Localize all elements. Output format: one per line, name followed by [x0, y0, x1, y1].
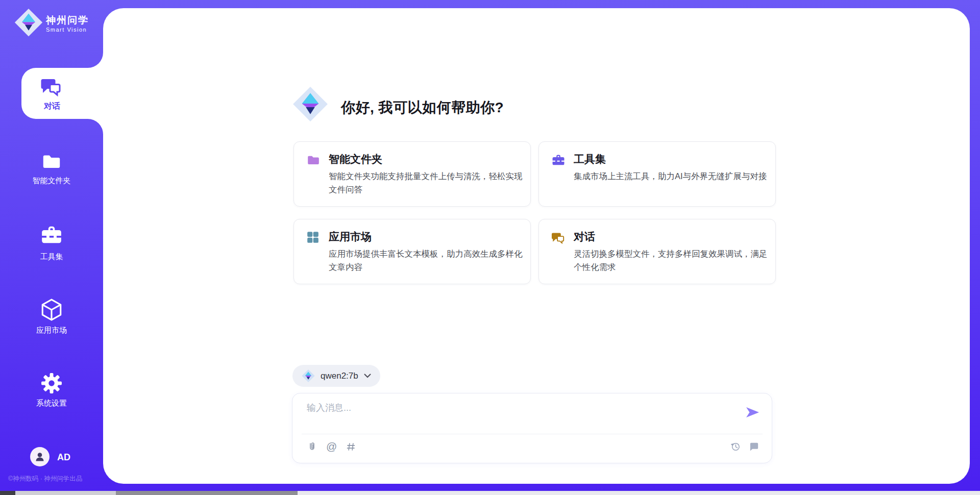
- sidebar-item-market[interactable]: 应用市场: [0, 326, 103, 335]
- send-icon[interactable]: [745, 406, 761, 419]
- message-composer: @: [292, 393, 772, 463]
- folder-icon[interactable]: [0, 151, 103, 172]
- card-description: 灵活切换多模型文件，支持多样回复效果调试，满足个性化需求: [574, 247, 768, 274]
- card-chat[interactable]: 对话 灵活切换多模型文件，支持多样回复效果调试，满足个性化需求: [538, 219, 776, 284]
- tab-scoop-bottom: [88, 119, 103, 134]
- card-title: 工具集: [574, 152, 606, 166]
- model-selector[interactable]: qwen2:7b: [292, 365, 380, 387]
- sidebar-item-settings[interactable]: 系统设置: [0, 399, 103, 408]
- tab-scoop-top: [88, 53, 103, 68]
- cube-icon[interactable]: [0, 298, 103, 322]
- grid-icon: [306, 231, 321, 245]
- card-title: 智能文件夹: [329, 152, 382, 166]
- history-icon[interactable]: [730, 441, 741, 452]
- chat-bubbles-icon: [40, 76, 63, 98]
- greeting-title: 你好, 我可以如何帮助你?: [341, 98, 504, 117]
- card-description: 应用市场提供丰富长文本模板，助力高效生成多样化文章内容: [329, 247, 523, 274]
- taskbar-edge: [0, 491, 980, 495]
- chat-bubble-icon[interactable]: [749, 441, 760, 452]
- card-title: 对话: [574, 230, 595, 244]
- mention-icon[interactable]: @: [326, 440, 337, 453]
- hash-icon[interactable]: [346, 441, 356, 452]
- sidebar-item-chat-label: 对话: [21, 101, 83, 112]
- card-description: 智能文件夹功能支持批量文件上传与清洗，轻松实现文件问答: [329, 170, 523, 196]
- attachment-icon[interactable]: [307, 441, 317, 453]
- composer-divider: [302, 434, 763, 434]
- card-title: 应用市场: [329, 230, 372, 244]
- brand-logo-gem-icon: [14, 8, 43, 37]
- briefcase-icon: [551, 153, 566, 167]
- brand-name: 神州问学: [46, 14, 89, 27]
- copyright-text: ©神州数码 · 神州问学出品: [8, 475, 82, 483]
- brand-subtitle: Smart Vision: [46, 27, 87, 33]
- chevron-down-icon: [364, 374, 371, 378]
- model-name: qwen2:7b: [321, 371, 358, 381]
- message-input[interactable]: [307, 402, 725, 430]
- card-app-market[interactable]: 应用市场 应用市场提供丰富长文本模板，助力高效生成多样化文章内容: [293, 219, 531, 284]
- sidebar-item-tools[interactable]: 工具集: [0, 252, 103, 262]
- person-icon: [34, 451, 46, 463]
- chat-bubbles-icon: [551, 231, 566, 245]
- folder-icon: [306, 153, 321, 167]
- avatar[interactable]: [30, 447, 50, 466]
- card-toolset[interactable]: 工具集 集成市场上主流工具，助力AI与外界无缝扩展与对接: [538, 141, 776, 207]
- card-description: 集成市场上主流工具，助力AI与外界无缝扩展与对接: [574, 170, 768, 183]
- greeting-gem-icon: [292, 85, 328, 123]
- briefcase-icon[interactable]: [0, 224, 103, 247]
- user-initials: AD: [57, 452, 70, 463]
- gear-icon[interactable]: [0, 372, 103, 395]
- sidebar-item-folders[interactable]: 智能文件夹: [0, 176, 103, 186]
- card-smart-folders[interactable]: 智能文件夹 智能文件夹功能支持批量文件上传与清洗，轻松实现文件问答: [293, 141, 531, 207]
- model-gem-icon: [302, 369, 315, 383]
